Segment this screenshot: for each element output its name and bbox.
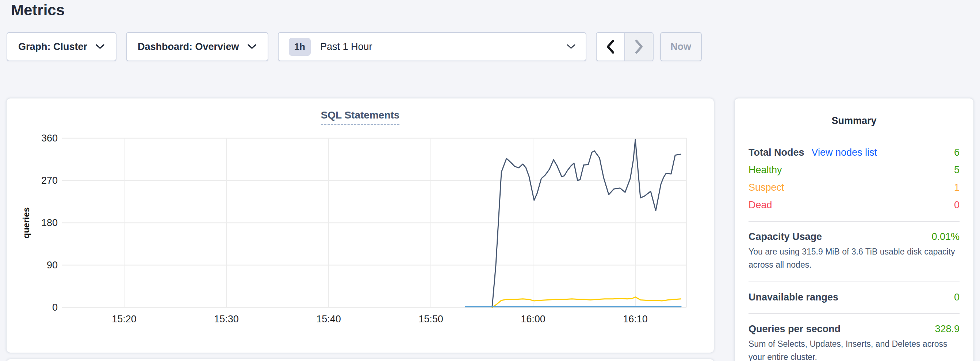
svg-text:16:00: 16:00 bbox=[521, 314, 546, 325]
next-chart-card bbox=[6, 359, 714, 361]
divider bbox=[749, 313, 959, 314]
qps-label: Queries per second bbox=[749, 323, 840, 335]
svg-text:90: 90 bbox=[47, 260, 58, 271]
metrics-toolbar: Graph: Cluster Dashboard: Overview 1h Pa… bbox=[6, 32, 702, 61]
qps-description: Sum of Selects, Updates, Inserts, and De… bbox=[749, 338, 959, 361]
capacity-description: You are using 315.9 MiB of 3.6 TiB usabl… bbox=[749, 245, 959, 271]
suspect-label: Suspect bbox=[749, 182, 784, 193]
svg-text:0: 0 bbox=[52, 302, 58, 313]
chart-canvas[interactable]: 09018027036015:2015:3015:4015:5016:0016:… bbox=[6, 98, 714, 353]
svg-text:16:10: 16:10 bbox=[623, 314, 648, 325]
svg-text:180: 180 bbox=[41, 217, 58, 228]
capacity-value: 0.01% bbox=[931, 231, 959, 242]
dashboard-dropdown-label: Dashboard: Overview bbox=[138, 41, 239, 52]
sql-statements-chart-card: SQL Statements 09018027036015:2015:3015:… bbox=[6, 98, 714, 353]
prev-time-button[interactable] bbox=[597, 33, 624, 60]
next-time-button[interactable] bbox=[624, 33, 653, 60]
divider bbox=[749, 221, 959, 222]
dead-row: Dead 0 bbox=[749, 200, 959, 211]
healthy-label: Healthy bbox=[749, 165, 782, 176]
unavailable-ranges-label: Unavailable ranges bbox=[749, 292, 838, 303]
chevron-left-icon bbox=[605, 39, 616, 54]
dead-label: Dead bbox=[749, 200, 772, 211]
graph-dropdown[interactable]: Graph: Cluster bbox=[6, 32, 116, 61]
unavailable-ranges-value: 0 bbox=[954, 292, 959, 303]
divider bbox=[749, 282, 959, 282]
total-nodes-label: Total Nodes bbox=[749, 147, 804, 158]
chevron-right-icon bbox=[633, 39, 644, 54]
time-range-badge: 1h bbox=[289, 38, 311, 56]
dead-value: 0 bbox=[954, 200, 959, 211]
time-pager bbox=[596, 32, 654, 61]
now-button[interactable]: Now bbox=[660, 32, 702, 61]
chevron-down-icon bbox=[247, 44, 257, 50]
unavailable-ranges-row: Unavailable ranges 0 bbox=[749, 292, 959, 303]
suspect-row: Suspect 1 bbox=[749, 182, 959, 193]
chevron-down-icon bbox=[567, 44, 576, 50]
time-range-label: Past 1 Hour bbox=[320, 41, 372, 52]
dashboard-dropdown[interactable]: Dashboard: Overview bbox=[126, 32, 268, 61]
svg-text:270: 270 bbox=[41, 175, 58, 186]
total-nodes-row: Total Nodes View nodes list 6 bbox=[749, 147, 959, 158]
svg-text:15:20: 15:20 bbox=[112, 314, 137, 325]
healthy-value: 5 bbox=[954, 165, 959, 176]
chevron-down-icon bbox=[95, 44, 105, 50]
svg-text:15:30: 15:30 bbox=[214, 314, 239, 325]
total-nodes-value: 6 bbox=[954, 147, 959, 158]
qps-row: Queries per second 328.9 bbox=[749, 323, 959, 335]
graph-dropdown-label: Graph: Cluster bbox=[18, 41, 87, 52]
summary-panel: Summary Total Nodes View nodes list 6 He… bbox=[735, 98, 974, 361]
time-range-selector[interactable]: 1h Past 1 Hour bbox=[278, 32, 586, 61]
view-nodes-list-link[interactable]: View nodes list bbox=[812, 147, 877, 158]
summary-title: Summary bbox=[749, 115, 959, 127]
suspect-value: 1 bbox=[954, 182, 959, 193]
svg-text:15:50: 15:50 bbox=[418, 314, 443, 325]
capacity-label: Capacity Usage bbox=[749, 231, 822, 242]
page-title: Metrics bbox=[11, 0, 65, 22]
svg-text:15:40: 15:40 bbox=[316, 314, 341, 325]
svg-text:queries: queries bbox=[21, 207, 31, 238]
svg-text:360: 360 bbox=[41, 133, 58, 144]
qps-value: 328.9 bbox=[935, 323, 959, 335]
healthy-row: Healthy 5 bbox=[749, 165, 959, 176]
capacity-row: Capacity Usage 0.01% bbox=[749, 231, 959, 242]
